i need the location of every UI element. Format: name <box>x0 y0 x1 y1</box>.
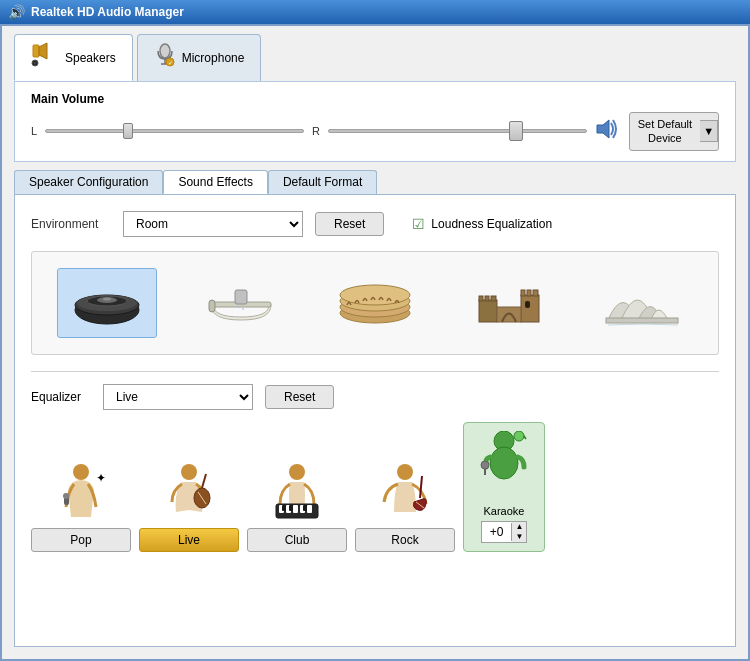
loudness-equalization-row[interactable]: ☑ Loudness Equalization <box>412 216 552 232</box>
svg-point-24 <box>340 285 410 305</box>
lr-track <box>45 129 304 133</box>
karaoke-label: Karaoke <box>484 505 525 517</box>
svg-point-59 <box>481 461 489 469</box>
karaoke-value-box: +0 ▲ ▼ <box>481 521 528 543</box>
environment-select[interactable]: Room None Bathroom Concert Hall Arena <box>123 211 303 237</box>
svg-point-38 <box>63 493 69 499</box>
set-default-dropdown-arrow[interactable]: ▼ <box>700 120 718 142</box>
equalizer-reset-button[interactable]: Reset <box>265 385 334 409</box>
svg-line-42 <box>202 474 206 488</box>
svg-point-20 <box>242 308 244 310</box>
right-channel-label: R <box>312 125 320 137</box>
title-bar: 🔊 Realtek HD Audio Manager <box>0 0 750 24</box>
environment-label: Environment <box>31 217 111 231</box>
equalizer-select[interactable]: Live None Pop Club Rock <box>103 384 253 410</box>
loudness-label: Loudness Equalization <box>431 217 552 231</box>
speakers-tab-label: Speakers <box>65 51 116 65</box>
preset-rock-figure <box>370 462 440 522</box>
svg-text:✦: ✦ <box>96 471 106 485</box>
sound-effects-panel: Environment Room None Bathroom Concert H… <box>14 194 736 647</box>
equalizer-label: Equalizer <box>31 390 91 404</box>
svg-rect-53 <box>303 505 307 511</box>
svg-rect-50 <box>307 505 312 513</box>
tab-sound-effects[interactable]: Sound Effects <box>163 170 268 194</box>
svg-rect-30 <box>491 296 496 301</box>
tab-speaker-configuration[interactable]: Speaker Configuration <box>14 170 163 194</box>
main-volume-thumb[interactable] <box>509 121 523 141</box>
volume-label: Main Volume <box>31 92 719 106</box>
svg-point-4 <box>160 44 170 58</box>
preset-pop: ✦ Pop <box>31 462 131 552</box>
svg-point-54 <box>397 464 413 480</box>
env-room[interactable] <box>57 268 157 338</box>
karaoke-value: +0 <box>482 523 513 541</box>
volume-section: Main Volume L R S <box>14 81 736 162</box>
svg-point-44 <box>289 464 305 480</box>
preset-rock-button[interactable]: Rock <box>355 528 455 552</box>
env-opera[interactable] <box>593 268 693 338</box>
svg-rect-26 <box>521 295 539 322</box>
svg-rect-18 <box>235 290 247 304</box>
svg-rect-17 <box>209 300 215 312</box>
svg-rect-33 <box>533 290 538 296</box>
svg-point-19 <box>238 306 240 308</box>
preset-club-button[interactable]: Club <box>247 528 347 552</box>
preset-club-figure <box>262 462 332 522</box>
preset-live-figure <box>154 462 224 522</box>
karaoke-down-button[interactable]: ▼ <box>512 532 526 542</box>
env-bathroom[interactable] <box>191 268 291 338</box>
speakers-icon <box>31 41 59 74</box>
loudness-checkbox-icon[interactable]: ☑ <box>412 216 425 232</box>
microphone-icon: ✓ <box>154 42 176 75</box>
preset-pop-button[interactable]: Pop <box>31 528 131 552</box>
karaoke-spinner[interactable]: ▲ ▼ <box>512 522 526 542</box>
left-channel-label: L <box>31 125 37 137</box>
svg-rect-25 <box>479 300 497 322</box>
set-default-button[interactable]: Set DefaultDevice ▼ <box>629 112 719 151</box>
environment-images-row <box>31 251 719 355</box>
preset-live: Live <box>139 462 239 552</box>
karaoke-figure <box>474 431 534 501</box>
left-right-slider-container <box>45 121 304 141</box>
main-window: Speakers ✓ Microphone Main Volume L <box>0 24 750 661</box>
svg-rect-51 <box>282 505 286 511</box>
environment-row: Environment Room None Bathroom Concert H… <box>31 211 719 237</box>
preset-live-button[interactable]: Live <box>139 528 239 552</box>
preset-club: Club <box>247 462 347 552</box>
section-divider <box>31 371 719 372</box>
preset-pop-figure: ✦ <box>46 462 116 522</box>
set-default-label: Set DefaultDevice <box>638 117 692 146</box>
svg-rect-29 <box>485 296 489 301</box>
env-colosseum[interactable] <box>325 268 425 338</box>
karaoke-up-button[interactable]: ▲ <box>512 522 526 532</box>
svg-point-58 <box>490 447 518 479</box>
svg-rect-32 <box>527 290 531 296</box>
equalizer-presets: ✦ Pop <box>31 422 719 552</box>
preset-rock: Rock <box>355 462 455 552</box>
environment-reset-button[interactable]: Reset <box>315 212 384 236</box>
tab-speakers[interactable]: Speakers <box>14 34 133 81</box>
svg-rect-28 <box>479 296 483 301</box>
env-arena[interactable] <box>459 268 559 338</box>
svg-rect-0 <box>33 45 39 57</box>
main-volume-slider-container <box>328 121 587 141</box>
app-icon: 🔊 <box>8 4 25 20</box>
tab-default-format[interactable]: Default Format <box>268 170 377 194</box>
svg-rect-48 <box>293 505 298 513</box>
main-volume-track <box>328 129 587 133</box>
svg-point-3 <box>34 62 36 64</box>
svg-point-61 <box>514 431 524 441</box>
karaoke-preset: Karaoke +0 ▲ ▼ <box>463 422 545 552</box>
svg-point-40 <box>181 464 197 480</box>
svg-marker-9 <box>597 120 609 138</box>
inner-tab-bar: Speaker Configuration Sound Effects Defa… <box>14 170 736 194</box>
tab-microphone[interactable]: ✓ Microphone <box>137 34 262 81</box>
svg-rect-52 <box>289 505 293 511</box>
svg-rect-34 <box>525 301 530 308</box>
svg-line-62 <box>524 436 526 439</box>
svg-rect-60 <box>484 469 486 475</box>
svg-point-36 <box>73 464 89 480</box>
mute-speaker-icon[interactable] <box>595 118 621 145</box>
lr-slider-thumb[interactable] <box>123 123 133 139</box>
title-bar-text: Realtek HD Audio Manager <box>31 5 184 19</box>
